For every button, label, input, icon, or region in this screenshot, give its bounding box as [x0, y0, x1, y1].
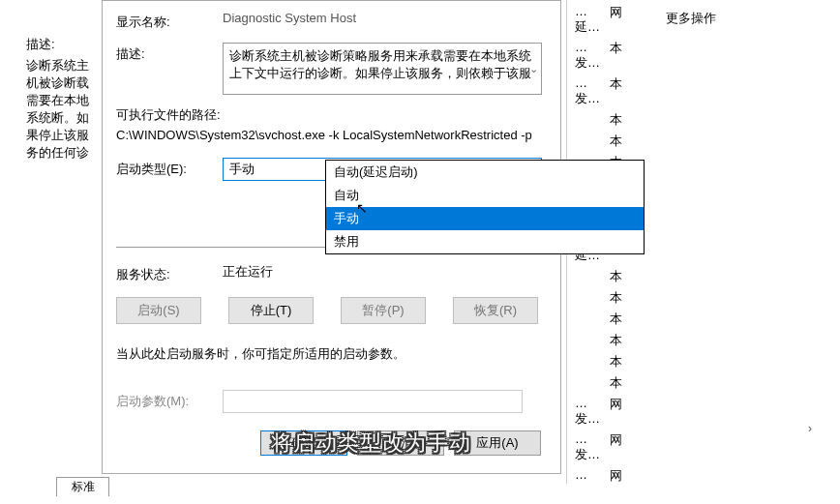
scroll-indicator[interactable]: ⌄	[529, 63, 538, 75]
list-item[interactable]: 本	[573, 309, 626, 330]
executable-path-row: 可执行文件的路径: C:\WINDOWS\System32\svchost.ex…	[116, 106, 547, 142]
tab-standard[interactable]: 标准	[56, 477, 109, 496]
list-item[interactable]: …发…本	[573, 74, 626, 109]
executable-path-value: C:\WINDOWS\System32\svchost.exe -k Local…	[116, 128, 547, 142]
description-textbox[interactable]: 诊断系统主机被诊断策略服务用来承载需要在本地系统上下文中运行的诊断。如果停止该服…	[223, 43, 542, 95]
stop-button[interactable]: 停止(T)	[228, 297, 314, 324]
list-item[interactable]: 本	[573, 266, 626, 287]
startup-type-dropdown[interactable]: 自动(延迟启动) 自动 手动 禁用	[325, 160, 645, 254]
pause-button[interactable]: 暂停(P)	[341, 297, 426, 324]
list-item[interactable]: …延…网	[573, 465, 626, 484]
list-item[interactable]: …延…网	[573, 2, 626, 38]
control-buttons: 启动(S) 停止(T) 暂停(P) 恢复(R)	[116, 297, 547, 324]
list-item[interactable]: …发…本	[573, 38, 626, 74]
list-item[interactable]: …发…网	[573, 430, 626, 465]
list-item[interactable]: …发…网	[573, 394, 626, 430]
more-actions-label[interactable]: 更多操作	[666, 10, 716, 27]
list-item[interactable]: 本	[573, 330, 626, 351]
start-params-label: 启动参数(M):	[116, 393, 223, 410]
dropdown-item-auto[interactable]: 自动	[326, 184, 644, 207]
dropdown-item-disabled[interactable]: 禁用	[326, 230, 644, 253]
start-params-input[interactable]	[223, 390, 523, 413]
display-name-row: 显示名称: Diagnostic System Host	[116, 11, 547, 31]
hint-text: 当从此处启动服务时，你可指定所适用的启动参数。	[116, 345, 547, 363]
chevron-right-icon[interactable]: ›	[808, 422, 812, 435]
list-item[interactable]: 本	[573, 372, 626, 394]
resume-button[interactable]: 恢复(R)	[453, 297, 538, 324]
video-caption: 将启动类型改为手动	[271, 429, 471, 458]
list-item[interactable]: 本	[573, 131, 626, 152]
status-row: 服务状态: 正在运行	[116, 263, 547, 283]
startup-type-selected: 手动	[229, 161, 255, 178]
description-row: 描述: 诊断系统主机被诊断策略服务用来承载需要在本地系统上下文中运行的诊断。如果…	[116, 43, 547, 95]
left-description-panel: 描述: 诊断系统主机被诊断载需要在本地系统断。如果停止该服务的任何诊	[26, 36, 92, 162]
display-name-value: Diagnostic System Host	[223, 11, 547, 25]
startup-type-label: 启动类型(E):	[116, 158, 223, 178]
dropdown-item-manual[interactable]: 手动	[326, 207, 644, 230]
start-params-row: 启动参数(M):	[116, 390, 547, 413]
cursor-icon: ↖	[356, 200, 368, 216]
list-item[interactable]: 本	[573, 287, 626, 309]
dropdown-item-auto-delayed[interactable]: 自动(延迟启动)	[326, 161, 644, 184]
list-item[interactable]: 本	[573, 351, 626, 372]
executable-path-label: 可执行文件的路径:	[116, 106, 547, 124]
service-properties-dialog: 显示名称: Diagnostic System Host 描述: 诊断系统主机被…	[102, 0, 561, 474]
display-name-label: 显示名称:	[116, 11, 223, 31]
start-button[interactable]: 启动(S)	[116, 297, 201, 324]
list-item[interactable]: 本	[573, 109, 626, 131]
desc-label: 描述:	[26, 36, 92, 53]
status-label: 服务状态:	[116, 263, 223, 283]
desc-text: 诊断系统主机被诊断载需要在本地系统断。如果停止该服务的任何诊	[26, 57, 92, 162]
description-text: 诊断系统主机被诊断策略服务用来承载需要在本地系统上下文中运行的诊断。如果停止该服…	[229, 48, 531, 80]
description-label: 描述:	[116, 43, 223, 63]
status-value: 正在运行	[223, 263, 273, 281]
